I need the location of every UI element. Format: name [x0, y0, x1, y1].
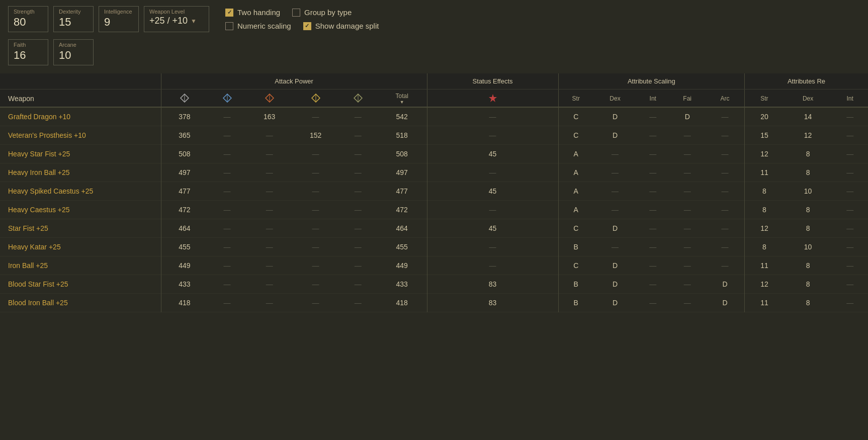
lght-damage: — [293, 182, 339, 201]
scaling-scaleArc: — [706, 201, 745, 219]
scaling-scaleInt: — [637, 219, 669, 238]
scaling-scaleInt: — [637, 256, 669, 275]
fire-damage: — [246, 238, 293, 256]
req-reqDex: 8 [784, 201, 832, 219]
show-damage-split-checkbox[interactable] [303, 22, 311, 30]
fire-damage: — [246, 182, 293, 201]
scaling-scaleFai: — [669, 163, 706, 182]
req-reqStr: 12 [745, 145, 784, 163]
table-row[interactable]: Grafted Dragon +10378—163——542—CD—D—2014… [0, 107, 868, 126]
holy-damage: — [339, 201, 377, 219]
scaling-scaleDex: — [593, 182, 637, 201]
table-row[interactable]: Veteran's Prosthesis +10365——152—518—CD—… [0, 126, 868, 145]
req-reqInt: — [832, 145, 868, 163]
lght-damage: — [293, 238, 339, 256]
col-scale-fai: Fai [669, 90, 706, 108]
intelligence-value[interactable]: 9 [104, 16, 133, 29]
scaling-scaleArc: D [706, 275, 745, 294]
options-row-2: Numeric scaling Show damage split [225, 22, 379, 30]
intelligence-label: Intelligence [104, 9, 133, 15]
attribute-scaling-section-header: Attribute Scaling [558, 73, 745, 90]
fire-damage: — [246, 294, 293, 312]
fire-damage: — [246, 145, 293, 163]
holy-damage: — [339, 126, 377, 145]
scaling-scaleInt: — [637, 163, 669, 182]
table-row[interactable]: Heavy Spiked Caestus +25477————47745A———… [0, 182, 868, 201]
arcane-value[interactable]: 10 [59, 49, 88, 62]
weapon-name-cell: Heavy Star Fist +25 [0, 145, 161, 163]
total-damage: 542 [377, 107, 427, 126]
status-value: 83 [427, 275, 558, 294]
holy-icon [354, 94, 363, 103]
sort-arrow: ▼ [379, 100, 425, 105]
group-by-type-option[interactable]: Group by type [292, 8, 352, 17]
total-damage: 477 [377, 182, 427, 201]
table-row[interactable]: Heavy Star Fist +25508————50845A————128— [0, 145, 868, 163]
req-reqInt: — [832, 256, 868, 275]
phys-damage: 433 [161, 275, 208, 294]
weapon-level-control[interactable]: +25 / +10 ▼ [149, 16, 204, 26]
table-row[interactable]: Blood Star Fist +25433————43383BD——D128— [0, 275, 868, 294]
table-row[interactable]: Heavy Caestus +25472————472—A————88— [0, 201, 868, 219]
table-row[interactable]: Heavy Iron Ball +25497————497—A————118— [0, 163, 868, 182]
dexterity-value[interactable]: 15 [59, 16, 88, 29]
lght-damage: — [293, 107, 339, 126]
holy-damage: — [339, 182, 377, 201]
holy-damage: — [339, 145, 377, 163]
fire-damage: — [246, 201, 293, 219]
total-damage: 472 [377, 201, 427, 219]
lght-damage: — [293, 201, 339, 219]
table-row[interactable]: Heavy Katar +25455————455—B————810— [0, 238, 868, 256]
scaling-scaleInt: — [637, 238, 669, 256]
scaling-scaleArc: — [706, 126, 745, 145]
two-handing-option[interactable]: Two handing [225, 8, 280, 17]
group-by-type-checkbox[interactable] [292, 9, 300, 17]
col-fire [246, 90, 293, 108]
req-reqStr: 11 [745, 256, 784, 275]
scaling-scaleStr: B [558, 275, 593, 294]
show-damage-split-option[interactable]: Show damage split [303, 22, 379, 30]
req-reqStr: 12 [745, 219, 784, 238]
lght-damage: — [293, 219, 339, 238]
req-reqStr: 15 [745, 126, 784, 145]
two-handing-checkbox[interactable] [225, 9, 233, 17]
mag-damage: — [208, 145, 246, 163]
req-reqInt: — [832, 163, 868, 182]
weapon-name-cell: Blood Star Fist +25 [0, 275, 161, 294]
total-damage: 464 [377, 219, 427, 238]
col-scale-dex: Dex [593, 90, 637, 108]
holy-damage: — [339, 275, 377, 294]
strength-value[interactable]: 80 [14, 16, 43, 29]
table-row[interactable]: Blood Iron Ball +25418————41883BD——D118— [0, 294, 868, 312]
options-group: Two handing Group by type Numeric scalin… [225, 6, 379, 30]
mag-icon [223, 94, 232, 103]
scaling-scaleStr: A [558, 182, 593, 201]
scaling-scaleArc: — [706, 182, 745, 201]
mag-damage: — [208, 294, 246, 312]
table-row[interactable]: Iron Ball +25449————449—CD———118— [0, 256, 868, 275]
col-lght [293, 90, 339, 108]
scaling-scaleInt: — [637, 145, 669, 163]
mag-damage: — [208, 107, 246, 126]
weapon-level-dropdown-icon[interactable]: ▼ [191, 18, 197, 25]
weapon-name-cell: Grafted Dragon +10 [0, 107, 161, 126]
scaling-scaleInt: — [637, 275, 669, 294]
col-total[interactable]: Total▼ [377, 90, 427, 108]
weapons-table: Attack Power Status Effects Attribute Sc… [0, 73, 868, 312]
numeric-scaling-option[interactable]: Numeric scaling [225, 22, 291, 30]
lght-damage: — [293, 256, 339, 275]
weapon-name-cell: Blood Iron Ball +25 [0, 294, 161, 312]
col-req-int: Int [832, 90, 868, 108]
holy-damage: — [339, 256, 377, 275]
col-mag [208, 90, 246, 108]
scaling-scaleStr: A [558, 201, 593, 219]
scaling-scaleStr: B [558, 238, 593, 256]
req-reqInt: — [832, 182, 868, 201]
status-value: 83 [427, 294, 558, 312]
faith-value[interactable]: 16 [14, 49, 43, 62]
scaling-scaleArc: — [706, 145, 745, 163]
status-value: — [427, 126, 558, 145]
table-row[interactable]: Star Fist +25464————46445CD———128— [0, 219, 868, 238]
scaling-scaleStr: C [558, 256, 593, 275]
numeric-scaling-checkbox[interactable] [225, 22, 233, 30]
